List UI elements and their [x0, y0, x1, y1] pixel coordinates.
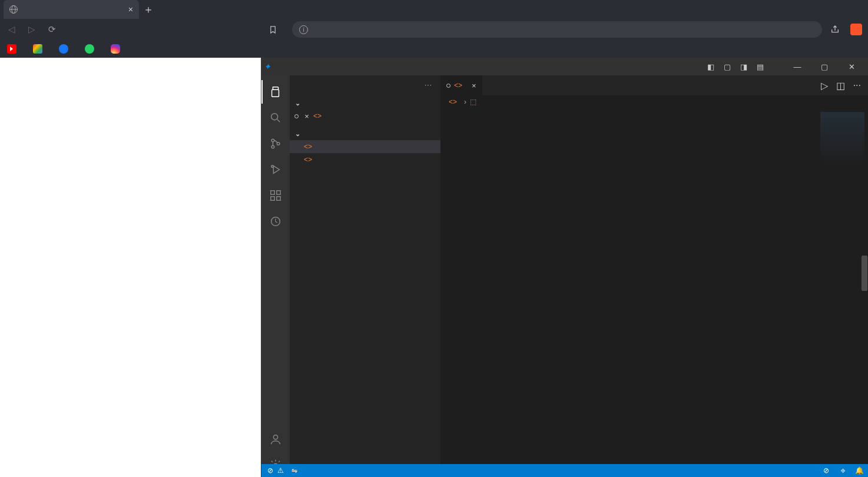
share-icon[interactable]: [830, 25, 842, 34]
open-editor-row[interactable]: × <>: [290, 110, 440, 122]
svg-rect-7: [277, 197, 280, 200]
chevron-right-icon: ›: [464, 98, 466, 106]
editor-tab-actions: ▷ ◫ ···: [821, 75, 868, 95]
split-container: ⌖ ◧ ▢ ◨ ▤ — ▢ ✕: [0, 58, 868, 477]
activity-debug-icon[interactable]: [261, 158, 290, 181]
new-tab-button[interactable]: ＋: [139, 0, 158, 19]
activity-explorer-icon[interactable]: [261, 80, 290, 104]
toggle-panel-icon[interactable]: ▢: [722, 62, 733, 71]
activity-scm-icon[interactable]: [261, 132, 290, 155]
explorer-panel: ··· ⌄ × <> ⌄ <>: [290, 75, 440, 477]
tab-strip: × ＋: [0, 0, 868, 19]
whatsapp-icon: [85, 44, 94, 54]
open-editors-title[interactable]: ⌄: [290, 97, 440, 110]
file-row[interactable]: <>: [290, 140, 440, 153]
vscode-titlebar[interactable]: ⌖ ◧ ▢ ◨ ▤ — ▢ ✕: [261, 58, 868, 75]
bookmark-facebook[interactable]: [59, 44, 72, 54]
bookmark-whatsapp[interactable]: [85, 44, 98, 54]
breadcrumb[interactable]: <> › ⬚: [440, 95, 868, 108]
browser-tab[interactable]: ×: [4, 0, 139, 19]
modified-dot-icon: [446, 84, 450, 88]
html-file-icon: <>: [449, 98, 457, 106]
chevron-down-icon: ⌄: [293, 100, 302, 107]
bookmark-instagram[interactable]: [111, 44, 124, 54]
explorer-more-icon[interactable]: ···: [425, 81, 432, 89]
svg-point-10: [273, 435, 277, 439]
bookmark-gmail[interactable]: [33, 44, 46, 54]
layout-grid-icon[interactable]: ▤: [755, 62, 766, 71]
html-file-icon: <>: [304, 155, 312, 164]
editor-area: <> × ▷ ◫ ··· <> › ⬚: [440, 75, 868, 477]
instagram-icon: [111, 44, 120, 54]
gmail-icon: [33, 44, 42, 54]
layout-icons: ◧ ▢ ◨ ▤: [705, 62, 766, 71]
toggle-secondary-icon[interactable]: ◨: [738, 62, 749, 71]
status-errors[interactable]: ⊘ ⚠: [266, 466, 284, 475]
svg-point-1: [271, 139, 274, 142]
bookmark-youtube[interactable]: [7, 44, 20, 54]
svg-rect-8: [277, 191, 280, 194]
line-gutter: [440, 108, 470, 477]
svg-rect-6: [271, 197, 274, 200]
modified-dot-icon: [294, 114, 299, 118]
explorer-header: ···: [290, 75, 440, 94]
status-liveserver[interactable]: ⊘: [822, 466, 830, 475]
forward-icon[interactable]: ▷: [26, 24, 38, 35]
status-bar: ⊘ ⚠ ⇋ ⊘ ⎆ 🔔: [261, 464, 868, 477]
bookmarks-bar: [0, 40, 868, 58]
run-icon[interactable]: ▷: [821, 80, 828, 91]
svg-point-0: [271, 114, 278, 120]
maximize-icon[interactable]: ▢: [813, 62, 836, 71]
code-editor[interactable]: [440, 108, 868, 477]
html-file-icon: <>: [313, 112, 322, 120]
editor-tab[interactable]: <> ×: [440, 75, 483, 95]
open-editors-section: ⌄ × <>: [290, 94, 440, 125]
svg-point-4: [271, 165, 274, 168]
rendered-page: [0, 58, 261, 477]
folder-title[interactable]: ⌄: [290, 127, 440, 140]
browser-chrome: × ＋ ◁ ▷ ⟳ i: [0, 0, 868, 58]
activity-search-icon[interactable]: [261, 106, 290, 130]
globe-icon: [9, 5, 18, 14]
youtube-icon: [7, 44, 16, 54]
editor-tabs: <> × ▷ ◫ ···: [440, 75, 868, 95]
svg-rect-5: [271, 191, 274, 194]
split-editor-icon[interactable]: ◫: [836, 80, 845, 91]
window-controls: — ▢ ✕: [786, 62, 863, 71]
file-row[interactable]: <>: [290, 153, 440, 166]
vertical-scrollbar[interactable]: [861, 108, 868, 477]
back-icon[interactable]: ◁: [6, 24, 18, 35]
toggle-sidebar-icon[interactable]: ◧: [705, 62, 716, 71]
vscode-window: ⌖ ◧ ▢ ◨ ▤ — ▢ ✕: [261, 58, 868, 477]
status-bell-icon[interactable]: 🔔: [855, 466, 863, 475]
facebook-icon: [59, 44, 68, 54]
activity-bar: [261, 75, 290, 477]
chevron-down-icon: ⌄: [293, 130, 302, 138]
nav-bar: ◁ ▷ ⟳ i: [0, 19, 868, 40]
reload-icon[interactable]: ⟳: [46, 24, 58, 35]
html-file-icon: <>: [304, 143, 312, 151]
bookmark-icon[interactable]: [269, 25, 280, 34]
status-feedback-icon[interactable]: ⎆: [839, 466, 847, 475]
html-file-icon: <>: [454, 81, 462, 90]
close-icon[interactable]: ×: [303, 112, 311, 121]
activity-extensions-icon[interactable]: [261, 184, 290, 207]
minimap[interactable]: [816, 108, 868, 477]
site-info-icon[interactable]: i: [299, 25, 308, 34]
svg-point-2: [271, 145, 274, 148]
svg-point-3: [277, 143, 280, 145]
activity-accounts-icon[interactable]: [261, 428, 290, 451]
close-icon[interactable]: ×: [472, 81, 476, 90]
url-bar[interactable]: i: [292, 21, 822, 38]
more-icon[interactable]: ···: [853, 80, 861, 91]
vscode-body: ··· ⌄ × <> ⌄ <>: [261, 75, 868, 477]
vscode-logo-icon: ⌖: [266, 62, 271, 71]
minimize-icon[interactable]: —: [786, 62, 809, 71]
folder-section: ⌄ <> <>: [290, 125, 440, 168]
status-prettier-icon[interactable]: ⇋: [290, 466, 299, 475]
close-window-icon[interactable]: ✕: [840, 62, 863, 71]
brave-shields-icon[interactable]: [850, 24, 862, 35]
code-content[interactable]: [470, 108, 816, 477]
close-icon[interactable]: ×: [128, 5, 133, 14]
activity-timeline-icon[interactable]: [261, 210, 290, 233]
